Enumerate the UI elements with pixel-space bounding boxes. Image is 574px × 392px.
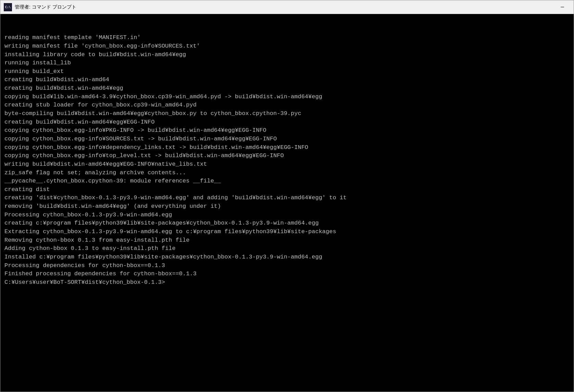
terminal-line: creating dist xyxy=(4,186,570,194)
window-controls: — xyxy=(554,0,570,14)
terminal-line: Processing cython_bbox-0.1.3-py3.9-win-a… xyxy=(4,211,570,219)
terminal-line: writing manifest file 'cython_bbox.egg-i… xyxy=(4,42,570,51)
terminal-line: copying build¥lib.win-amd64-3.9¥cython_b… xyxy=(4,93,570,101)
terminal-line: creating stub loader for cython_bbox.cp3… xyxy=(4,101,570,110)
minimize-button[interactable]: — xyxy=(554,0,570,14)
terminal-line: Installed c:¥program files¥python39¥lib¥… xyxy=(4,253,570,262)
cmd-icon: C:\ xyxy=(4,3,12,11)
terminal-line: Extracting cython_bbox-0.1.3-py3.9-win-a… xyxy=(4,228,570,236)
terminal-line: copying cython_bbox.egg-info¥top_level.t… xyxy=(4,152,570,160)
terminal-line: zip_safe flag not set; analyzing archive… xyxy=(4,169,570,177)
terminal-line: reading manifest template 'MANIFEST.in' xyxy=(4,34,570,42)
terminal-line: copying cython_bbox.egg-info¥PKG-INFO ->… xyxy=(4,126,570,135)
terminal-line: creating build¥bdist.win-amd64 xyxy=(4,76,570,84)
terminal-line: running build_ext xyxy=(4,67,570,76)
terminal-line: writing build¥bdist.win-amd64¥egg¥EGG-IN… xyxy=(4,160,570,169)
terminal-line: creating build¥bdist.win-amd64¥egg¥EGG-I… xyxy=(4,118,570,127)
terminal-line: C:¥Users¥user¥BoT-SORT¥dist¥cython_bbox-… xyxy=(4,278,570,287)
terminal-line: Adding cython-bbox 0.1.3 to easy-install… xyxy=(4,244,570,253)
terminal-line: Processing dependencies for cython-bbox=… xyxy=(4,262,570,270)
titlebar: C:\ 管理者: コマンド プロンプト — xyxy=(0,0,574,14)
terminal-line: Removing cython-bbox 0.1.3 from easy-ins… xyxy=(4,236,570,245)
terminal-output: reading manifest template 'MANIFEST.in'w… xyxy=(0,14,574,392)
terminal-line: Finished processing dependencies for cyt… xyxy=(4,270,570,278)
terminal-line: creating c:¥program files¥python39¥lib¥s… xyxy=(4,219,570,228)
window-title: 管理者: コマンド プロンプト xyxy=(15,4,554,10)
terminal-line: __pycache__.cython_bbox.cpython-39: modu… xyxy=(4,177,570,186)
terminal-line: copying cython_bbox.egg-info¥dependency_… xyxy=(4,143,570,152)
window: C:\ 管理者: コマンド プロンプト — reading manifest t… xyxy=(0,0,574,392)
terminal-line: byte-compiling build¥bdist.win-amd64¥egg… xyxy=(4,110,570,118)
terminal-line: removing 'build¥bdist.win-amd64¥egg' (an… xyxy=(4,202,570,211)
terminal-line: creating build¥bdist.win-amd64¥egg xyxy=(4,84,570,93)
terminal-line: copying cython_bbox.egg-info¥SOURCES.txt… xyxy=(4,135,570,143)
terminal-line: running install_lib xyxy=(4,59,570,67)
terminal-line: creating 'dist¥cython_bbox-0.1.3-py3.9-w… xyxy=(4,194,570,202)
terminal-line: installing library code to build¥bdist.w… xyxy=(4,51,570,59)
